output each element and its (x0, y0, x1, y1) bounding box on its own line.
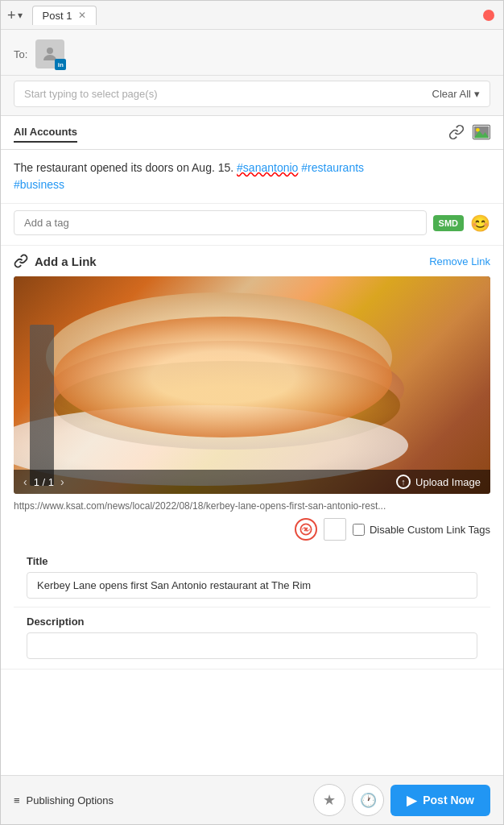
recipient-placeholder: Start typing to select page(s) (24, 88, 157, 100)
accounts-icons (448, 124, 490, 144)
chevron-down-icon: ▾ (474, 88, 480, 100)
post-hashtag-restaurants: #restaurants (301, 161, 364, 174)
remove-link-button[interactable]: Remove Link (429, 255, 490, 267)
svg-point-0 (47, 48, 53, 54)
carousel-controls: ‹ 1 / 1 › (23, 475, 64, 488)
clear-all-button[interactable]: Clear All ▾ (432, 88, 480, 100)
accounts-row: All Accounts (1, 116, 503, 150)
post-now-button[interactable]: ▶ Post Now (390, 785, 490, 816)
link-image-container: ‹ 1 / 1 › ↑ Upload Image (14, 276, 490, 494)
recipient-input-container[interactable]: Start typing to select page(s) Clear All… (14, 81, 490, 107)
clock-icon: 🕐 (360, 792, 377, 809)
add-link-title: Add a Link (14, 254, 97, 268)
disable-custom-link-tags-checkbox[interactable] (353, 524, 365, 536)
description-section: Description (14, 607, 490, 659)
title-label: Title (27, 555, 477, 567)
post-hashtag-sanantonio: #sanantonio (237, 161, 298, 174)
tag-row: SMD 😊 (1, 204, 503, 246)
plus-icon: + (7, 8, 16, 23)
post-text-area[interactable]: The restaurant opened its doors on Aug. … (1, 150, 503, 204)
add-link-section: Add a Link Remove Link ‹ 1 / 1 › (1, 246, 503, 670)
chevron-down-icon: ▾ (18, 10, 23, 20)
carousel-bar: ‹ 1 / 1 › ↑ Upload Image (14, 470, 490, 494)
bottom-right-actions: ★ 🕐 ▶ Post Now (313, 784, 490, 816)
post-now-arrow: ▶ (407, 793, 416, 808)
prev-arrow[interactable]: ‹ (23, 475, 27, 488)
to-row: To: in (1, 30, 503, 76)
bottom-bar: ≡ Publishing Options ★ 🕐 ▶ Post Now (1, 775, 503, 824)
post-text-plain: The restaurant opened its doors on Aug. … (14, 161, 237, 174)
next-arrow[interactable]: › (60, 475, 64, 488)
main-content: To: in Start typing to select page(s) Cl… (1, 30, 503, 775)
post-tab[interactable]: Post 1 ✕ (32, 6, 97, 25)
emoji-button[interactable]: 😊 (470, 214, 490, 233)
schedule-button[interactable]: 🕐 (352, 784, 384, 816)
tab-label: Post 1 (43, 10, 72, 22)
tab-close-icon[interactable]: ✕ (78, 10, 86, 21)
window-close-button[interactable] (483, 10, 494, 21)
post-now-label: Post Now (423, 794, 474, 806)
link-options-row: Disable Custom Link Tags (14, 515, 490, 547)
add-link-header: Add a Link Remove Link (14, 254, 490, 268)
title-input[interactable] (27, 572, 477, 599)
smd-button[interactable]: SMD (433, 215, 464, 231)
carousel-indicator: 1 / 1 (34, 476, 54, 488)
link-url: https://www.ksat.com/news/local/2022/08/… (14, 494, 490, 515)
publishing-options-button[interactable]: ≡ Publishing Options (14, 794, 114, 806)
titlebar: + ▾ Post 1 ✕ (1, 1, 503, 30)
post-text: The restaurant opened its doors on Aug. … (14, 160, 490, 193)
description-label: Description (27, 616, 477, 628)
to-label: To: (14, 48, 27, 60)
tab-area: + ▾ Post 1 ✕ (7, 6, 97, 25)
image-icon[interactable] (473, 124, 490, 144)
no-link-icon[interactable] (295, 518, 317, 541)
description-input[interactable] (27, 632, 477, 659)
tag-input[interactable] (14, 210, 427, 235)
disable-custom-link-tags-label[interactable]: Disable Custom Link Tags (353, 524, 490, 536)
title-section: Title (14, 547, 490, 607)
checkbox-square[interactable] (324, 518, 346, 541)
post-hashtag-business: #business (14, 178, 64, 191)
star-icon: ★ (323, 791, 336, 809)
avatar: in (35, 39, 64, 68)
accounts-label: All Accounts (14, 126, 77, 143)
star-button[interactable]: ★ (313, 784, 345, 816)
menu-icon: ≡ (14, 794, 20, 806)
linkedin-badge: in (55, 59, 66, 70)
link-icon (14, 254, 28, 268)
upload-image-button[interactable]: ↑ Upload Image (396, 475, 481, 489)
recipient-input-row: Start typing to select page(s) Clear All… (1, 76, 503, 116)
link-icon[interactable] (448, 124, 465, 144)
new-tab-button[interactable]: + ▾ (7, 8, 23, 23)
pancake-image (14, 276, 490, 494)
upload-icon: ↑ (396, 475, 411, 489)
